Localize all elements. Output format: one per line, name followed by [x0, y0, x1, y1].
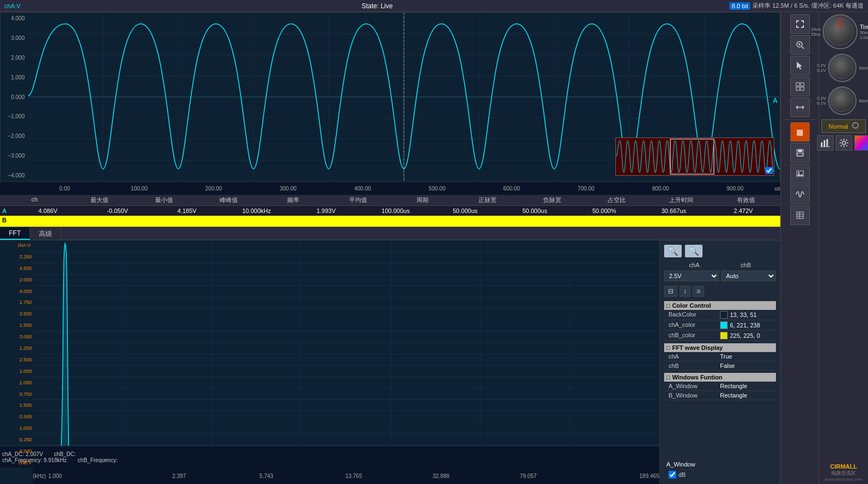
fft-cha-label: chA	[689, 262, 700, 268]
normal-section[interactable]: Normal	[821, 119, 866, 133]
thumbnail-checkbox[interactable]	[766, 167, 773, 174]
fft-y-1500b: 1.500	[1, 402, 32, 408]
chb-color-label: chB_color	[669, 332, 720, 339]
svg-rect-51	[796, 25, 797, 28]
bottom-tabs: FFT 高级	[0, 227, 780, 240]
zoom-in-button[interactable]	[790, 35, 810, 55]
color-button[interactable]	[854, 135, 869, 151]
bars-button[interactable]: ▦	[790, 122, 810, 142]
time-knob-marker	[840, 18, 841, 28]
fft-zoom-out-icon[interactable]: 🔍	[685, 245, 703, 257]
meas-h-pos: 正脉宽	[455, 196, 519, 204]
svg-point-81	[842, 141, 846, 145]
fft-y-1750: 1.750	[1, 299, 32, 305]
fft-sort-icon[interactable]: ↕	[679, 286, 690, 297]
fft-y-1000b: 1.000	[1, 425, 32, 431]
fft-ch-dropdowns: 2.5V Auto	[664, 270, 776, 281]
x-axis: 0.00 100.00 200.00 300.00 400.00 500.00 …	[0, 182, 780, 195]
meas-h-rms: 有效值	[713, 196, 778, 204]
x-tick-900: 900.00	[698, 186, 772, 192]
fft-grid-icon[interactable]: ⊟	[664, 286, 677, 297]
meas-a-duty: 50.000%	[569, 208, 639, 214]
oscilloscope-area: 4.000 3.000 2.000 1.000 0.000 −1.000 −2.…	[0, 12, 780, 484]
fft-y-4500: 4.500	[1, 266, 32, 271]
fft-zoom-in-icon[interactable]: 🔍	[664, 245, 682, 257]
y-label-1000: 1.000	[2, 74, 27, 80]
svg-rect-53	[803, 25, 804, 28]
fft-icon-row: ⊟ ↕ ≡	[664, 286, 776, 297]
tab-fft[interactable]: FFT	[0, 227, 30, 240]
cha-color-row: chA_color 6, 221, 238	[664, 320, 776, 331]
windows-collapse-icon: □	[666, 374, 670, 381]
fullscreen-button[interactable]	[790, 14, 810, 34]
x-tick-300: 300.00	[251, 186, 326, 192]
tab-advanced[interactable]: 高级	[30, 227, 61, 240]
color-control-header[interactable]: □ Color Control	[664, 301, 776, 310]
save-icon	[796, 148, 804, 157]
time-knob-container: 10us 25us Tim 50us 2.0s	[811, 14, 868, 49]
fft-y-1000: 1.000	[1, 368, 32, 374]
volt-b-knob[interactable]	[828, 87, 856, 115]
color-control-title: Color Control	[672, 302, 711, 309]
meas-a-pp: 4.185V	[152, 208, 222, 214]
fft-x-3: 5.743	[222, 473, 310, 479]
grid-button[interactable]	[790, 77, 810, 96]
svg-rect-60	[801, 83, 804, 86]
svg-line-57	[802, 47, 804, 49]
svg-rect-73	[797, 212, 803, 218]
volt-b-0v2: 0.2V	[817, 96, 826, 101]
a-window-val: Rectangle	[720, 383, 772, 389]
volt-a-knob-inner	[831, 57, 853, 79]
x-tick-400: 400.00	[326, 186, 400, 192]
fft-y-1500: 1.500	[1, 322, 32, 328]
fft-y-4000: 4.000	[1, 289, 32, 294]
grid-icon	[795, 82, 805, 91]
fft-chb-val: False	[720, 362, 772, 369]
fft-wave-section: □ FFT wave Display chA True chB False	[664, 343, 776, 371]
wave-button[interactable]	[790, 185, 810, 204]
meas-h-freq: 频率	[261, 196, 326, 204]
fft-chb-dropdown[interactable]: Auto	[721, 270, 776, 281]
windows-header[interactable]: □ Windows Funtion	[664, 373, 776, 382]
cha-color-val: 6, 221, 238	[720, 321, 772, 329]
fft-chb-label: chB	[741, 262, 751, 268]
time-scale-50us: 50us	[860, 30, 868, 35]
bar-chart-button[interactable]	[817, 135, 833, 151]
volt-b-50mv: 50mV	[859, 99, 868, 103]
volt-a-0v2: 0.2V	[817, 63, 826, 68]
fft-y-chb-label: chB:V	[1, 460, 32, 465]
cursor-button[interactable]	[790, 56, 810, 76]
fft-list-icon[interactable]: ≡	[693, 286, 704, 297]
meas-h-avg: 平均值	[326, 196, 390, 204]
header-badges: 8.0 bit 采样率 12.5M / 6 S/s. 缓冲区: 64K 每通道	[729, 2, 864, 10]
svg-marker-58	[797, 62, 802, 70]
normal-circle-indicator	[852, 122, 859, 129]
dB-checkbox[interactable]	[669, 471, 676, 479]
time-knob[interactable]	[823, 14, 858, 49]
fft-y-500b: 0.500	[1, 448, 32, 454]
expand-button[interactable]	[790, 97, 810, 117]
volt-a-knob[interactable]	[828, 54, 856, 82]
y-label-2000: 2.000	[2, 55, 27, 61]
bit-badge: 8.0 bit	[729, 2, 750, 10]
cirmall-url: www.electrans.com	[825, 477, 863, 482]
chb-color-row: chB_color 225, 225, 0	[664, 331, 776, 341]
fft-x-5: 32.988	[397, 473, 484, 479]
collapse-icon: □	[666, 302, 670, 309]
fft-wave-header[interactable]: □ FFT wave Display	[664, 343, 776, 352]
fft-cha-dropdown[interactable]: 2.5V	[664, 270, 719, 281]
y-label-4000: 4.000	[2, 15, 27, 21]
meas-a-min: -0.050V	[83, 208, 152, 214]
cursor-icon	[795, 61, 805, 71]
svg-rect-59	[796, 83, 800, 86]
svg-rect-17	[616, 138, 774, 175]
settings-button[interactable]	[836, 135, 852, 151]
save-button[interactable]	[790, 143, 810, 163]
time-label: Tim	[860, 24, 868, 30]
image-button[interactable]	[790, 164, 810, 183]
fft-y-2000: 2.000	[1, 277, 32, 283]
cirmall-logo: CIRMALL	[825, 463, 863, 470]
cirmall-subtitle: 电路交流区	[825, 470, 863, 477]
table-button[interactable]	[790, 205, 810, 225]
color-control-section: □ Color Control BackColor 13, 33, 51	[664, 301, 776, 341]
